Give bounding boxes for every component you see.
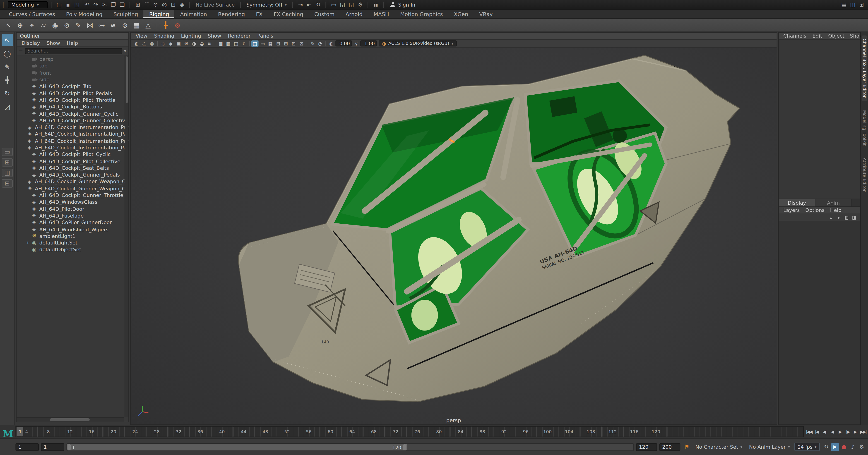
layers-list-area[interactable] xyxy=(779,221,860,424)
outliner-item[interactable]: AH_64D_Cockpit_Gunner_Weapon_Control_Lef… xyxy=(17,178,128,185)
menu-set-tab[interactable]: Animation xyxy=(175,10,212,18)
outliner-item[interactable]: AH_64D_Cockpit_Pilot_Cyclic xyxy=(17,151,128,158)
outliner-item[interactable]: AH_64D_Cockpit_Instrumentation_Panels_03 xyxy=(17,131,128,138)
viewport-menu[interactable]: Renderer xyxy=(225,33,253,39)
sidebar-vertical-tab[interactable]: Modeling Toolkit xyxy=(862,107,867,149)
outliner-item[interactable]: AH_64D_Cockpit_Pilot_Pedals xyxy=(17,90,128,97)
grease-pencil-icon[interactable]: ✎ xyxy=(309,40,316,46)
outliner-item[interactable]: AH_64D_Cockpit_Instrumentation_Panels_04 xyxy=(17,124,128,131)
outliner-item[interactable]: AH_64D_Cockpit_Instrumentation_Panels_01 xyxy=(17,144,128,151)
go-to-start-button[interactable]: |◀◀ xyxy=(805,427,812,436)
lights-icon[interactable]: ☀ xyxy=(183,40,190,46)
camera-attributes-icon[interactable]: ◎ xyxy=(148,40,156,46)
animation-start-field[interactable] xyxy=(16,443,39,451)
outliner-menu[interactable]: Show xyxy=(44,40,63,46)
lattice-icon[interactable]: ▦ xyxy=(131,20,142,30)
cockpit-3d-model[interactable]: USA AH-64D SERIAL NO. 10-2011 L40 xyxy=(131,47,777,424)
layer-editor-tab[interactable]: Display xyxy=(779,199,815,206)
isolate-select-icon[interactable]: ◰ xyxy=(251,40,258,46)
scrollbar-thumb[interactable] xyxy=(126,56,128,103)
expand-icon[interactable]: + xyxy=(25,241,30,246)
lasso-tool-icon[interactable]: ◯ xyxy=(1,47,13,59)
anim-layer-dropdown[interactable]: No Anim Layer xyxy=(747,444,792,450)
menu-set-tab[interactable]: Custom xyxy=(309,10,340,18)
symmetry-dropdown[interactable]: Symmetry: Off xyxy=(244,2,289,7)
outliner-item[interactable]: side xyxy=(17,76,128,83)
menu-set-tab[interactable]: Poly Modeling xyxy=(60,10,108,18)
rotate-tool-icon[interactable]: ↻ xyxy=(1,87,13,99)
outliner-horizontal-scrollbar[interactable] xyxy=(17,417,124,422)
viewport-menu[interactable]: Lighting xyxy=(178,33,204,39)
camera-lock-icon[interactable]: ◌ xyxy=(141,40,148,46)
interactive-playback-icon[interactable]: ▶ xyxy=(831,443,839,451)
gamma-field[interactable] xyxy=(360,40,377,46)
range-start-handle[interactable] xyxy=(67,444,71,450)
menu-set-tab[interactable]: FX Caching xyxy=(268,10,309,18)
paint-select-tool-icon[interactable]: ✎ xyxy=(1,61,13,72)
outliner-item[interactable]: + defaultLightSet xyxy=(17,240,128,247)
outliner-item[interactable]: AH_64D_Cockpit_Instrumentation_Panels_02 xyxy=(17,138,128,144)
sidebar-vertical-tab[interactable]: Channel Box / Layer Editor xyxy=(862,35,867,101)
channel-box-menu[interactable]: Channels xyxy=(781,33,809,39)
outliner-item[interactable]: top xyxy=(17,63,128,69)
range-end-handle[interactable] xyxy=(403,444,406,450)
new-scene-icon[interactable]: ▢ xyxy=(55,1,63,9)
outliner-item[interactable]: AH_64D_Cockpit_Seat_Belts xyxy=(17,165,128,171)
outliner-item[interactable]: ambientLight1 xyxy=(17,233,128,239)
cluster-icon[interactable]: ⊚ xyxy=(120,20,130,30)
exposure-field[interactable] xyxy=(335,40,352,46)
go-to-end-button[interactable]: ▶▶| xyxy=(860,427,867,436)
shadows-icon[interactable]: ◑ xyxy=(190,40,198,46)
menu-set-tab[interactable]: Rigging xyxy=(144,10,175,18)
chevron-down-icon[interactable]: ▾ xyxy=(124,48,126,54)
undo-icon[interactable]: ↶ xyxy=(83,1,91,9)
filter-icon[interactable]: ≡ xyxy=(19,48,23,54)
menu-set-selector[interactable]: Modeling xyxy=(8,1,48,8)
panel-layouts-icon[interactable]: ◫ xyxy=(848,1,857,9)
outliner-menu[interactable]: Help xyxy=(64,40,81,46)
open-scene-icon[interactable]: ▣ xyxy=(64,1,72,9)
field-chart-icon[interactable]: ⊞ xyxy=(282,40,290,46)
constraint-icon[interactable]: ⊗ xyxy=(172,20,183,30)
step-back-frame-button[interactable]: |◀ xyxy=(813,427,820,436)
auto-keyframe-icon[interactable]: ● xyxy=(840,443,848,451)
persp-outliner-layout-button[interactable]: ◫ xyxy=(2,169,13,177)
paint-skin-weights-icon[interactable]: ✎ xyxy=(73,20,84,30)
viewport-menu[interactable]: Shading xyxy=(151,33,177,39)
textured-icon[interactable]: ▣ xyxy=(175,40,182,46)
safe-action-icon[interactable]: ⊡ xyxy=(290,40,297,46)
step-back-key-button[interactable]: ◀| xyxy=(821,427,828,436)
toggle-panels-icon[interactable]: ⊞ xyxy=(858,1,866,9)
range-slider[interactable]: 1 120 xyxy=(66,443,634,451)
menu-set-tab[interactable]: MASH xyxy=(368,10,395,18)
scrollbar-thumb[interactable] xyxy=(50,418,90,421)
snap-to-curve-icon[interactable]: ⌒ xyxy=(143,1,151,9)
outliner-item[interactable]: AH_64D_Cockpit_Pilot_Throttle xyxy=(17,97,128,103)
bind-skin-icon[interactable]: ◉ xyxy=(50,20,60,30)
gate-mask-icon[interactable]: ⊟ xyxy=(275,40,282,46)
ipr-render-icon[interactable]: ◲ xyxy=(347,1,355,9)
viewport-menu[interactable]: Panels xyxy=(254,33,276,39)
save-scene-icon[interactable]: ◳ xyxy=(73,1,81,9)
four-pane-layout-button[interactable]: ⊞ xyxy=(2,158,13,167)
wireframe-icon[interactable]: ◇ xyxy=(159,40,167,46)
camera-select-icon[interactable]: ◐ xyxy=(133,40,140,46)
animation-end-field[interactable] xyxy=(659,443,681,451)
ik-spline-icon[interactable]: ≈ xyxy=(38,20,49,30)
step-forward-frame-button[interactable]: ▶| xyxy=(852,427,859,436)
menu-set-tab[interactable]: Arnold xyxy=(340,10,368,18)
exposure-icon[interactable]: ◐ xyxy=(328,40,335,46)
snap-to-grid-icon[interactable]: ⊞ xyxy=(134,1,142,9)
outliner-item[interactable]: AH_64D_Fuselage xyxy=(17,212,128,219)
outliner-item[interactable]: AH_64D_Cockpit_Buttons xyxy=(17,103,128,110)
playback-end-field[interactable] xyxy=(636,443,657,451)
layer-editor-tab[interactable]: Anim xyxy=(815,199,852,206)
construction-history-icon[interactable]: ↻ xyxy=(314,1,322,9)
open-render-view-icon[interactable]: ▭ xyxy=(330,1,338,9)
ik-handle-icon[interactable]: ⌖ xyxy=(27,20,37,30)
output-connections-icon[interactable]: ⇤ xyxy=(305,1,314,9)
channel-list-area[interactable] xyxy=(779,40,860,199)
outliner-item[interactable]: front xyxy=(17,69,128,76)
outliner-item[interactable]: AH_64D_Cockpit_Pilot_Collective xyxy=(17,158,128,165)
menu-set-tab[interactable]: Rendering xyxy=(212,10,250,18)
